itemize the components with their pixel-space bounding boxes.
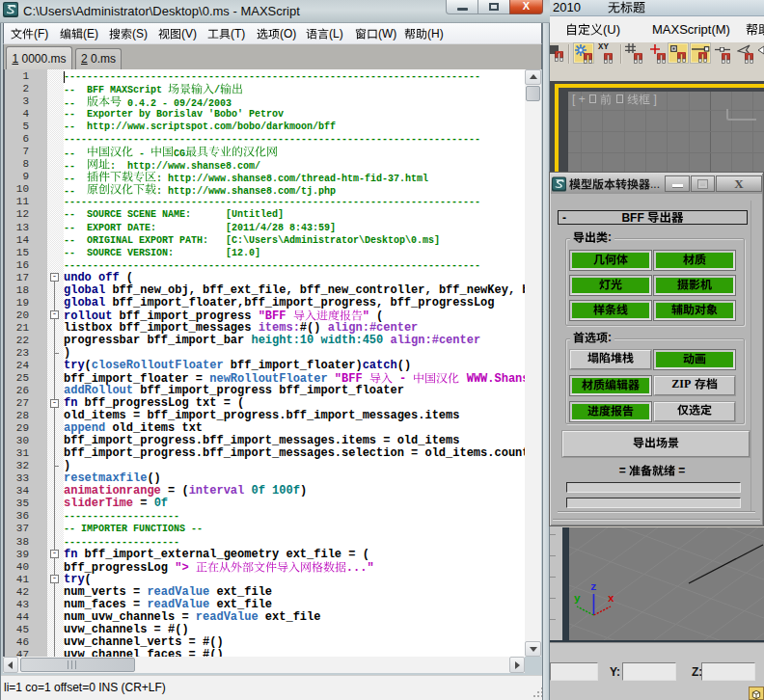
svg-text:y: y <box>574 593 581 605</box>
svg-text:z: z <box>590 581 597 593</box>
svg-text:x: x <box>608 593 614 605</box>
